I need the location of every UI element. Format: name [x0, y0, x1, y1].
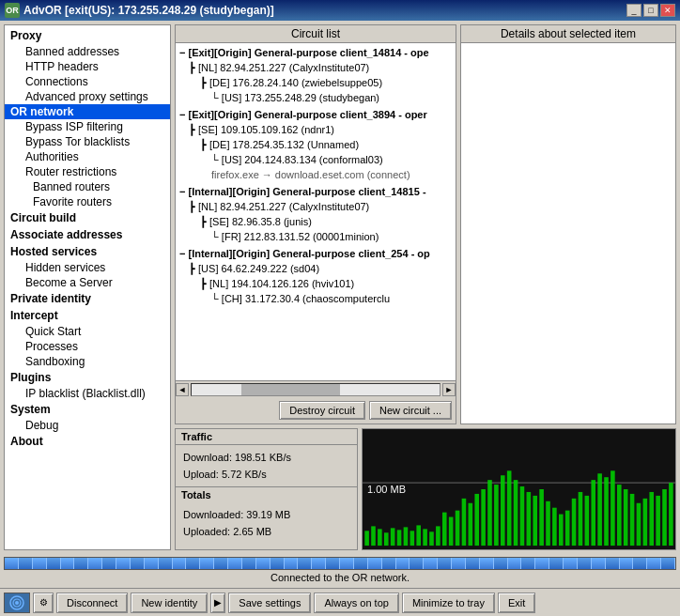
sidebar-section-header-private-identity: Private identity	[5, 290, 170, 307]
svg-rect-23	[501, 475, 505, 546]
scroll-right-btn[interactable]: ►	[442, 383, 456, 396]
sidebar-item-authorities[interactable]: Authorities	[5, 149, 170, 164]
download-label: Download:	[183, 452, 232, 463]
circuit-panel: Circuit list − [Exit][Origin] General-pu…	[175, 24, 456, 424]
settings-icon-button[interactable]: ⚙	[33, 593, 54, 613]
sidebar-item-become-server[interactable]: Become a Server	[5, 275, 170, 290]
sidebar-item-banned-routers[interactable]: Banned routers	[5, 179, 170, 194]
svg-rect-49	[669, 483, 673, 546]
sidebar-item-bypass-isp[interactable]: Bypass ISP filtering	[5, 119, 170, 134]
sidebar-item-quick-start[interactable]: Quick Start	[5, 324, 170, 339]
svg-rect-39	[604, 477, 609, 546]
sidebar-item-ip-blacklist[interactable]: IP blacklist (Blacklist.dll)	[5, 386, 170, 401]
sidebar-item-banned-addresses[interactable]: Banned addresses	[5, 44, 170, 59]
sidebar-item-processes[interactable]: Processes	[5, 339, 170, 354]
progress-segment	[578, 558, 592, 569]
sidebar-item-favorite-routers[interactable]: Favorite routers	[5, 194, 170, 209]
sidebar-item-hidden-services[interactable]: Hidden services	[5, 260, 170, 275]
progress-segment	[549, 558, 564, 569]
circuit-item[interactable]: └ [US] 204.124.83.134 (conformal03)	[178, 152, 454, 167]
h-scrollbar-thumb[interactable]	[241, 384, 341, 395]
always-on-top-button[interactable]: Always on top	[314, 593, 398, 613]
svg-rect-29	[539, 489, 544, 546]
circuit-item[interactable]: − [Exit][Origin] General-purpose client_…	[178, 45, 454, 60]
svg-rect-14	[442, 513, 447, 546]
circuit-item[interactable]: ┣ [DE] 178.254.35.132 (Unnamed)	[178, 137, 454, 152]
progress-segment	[200, 558, 214, 569]
sidebar-item-http-headers[interactable]: HTTP headers	[5, 59, 170, 74]
circuit-scrollbar[interactable]: ◄ ►	[176, 380, 456, 397]
svg-rect-4	[378, 529, 382, 546]
sidebar-section-private-identity: Private identity	[5, 290, 170, 307]
svg-rect-20	[481, 489, 486, 546]
new-circuit-button[interactable]: New circuit ...	[369, 401, 452, 420]
svg-rect-15	[449, 517, 454, 547]
chevron-button[interactable]: ▶	[210, 593, 225, 613]
progress-segment	[424, 558, 438, 569]
circuit-item[interactable]: └ [US] 173.255.248.29 (studybegan)	[178, 90, 454, 105]
downloaded-value: 39.19 MB	[246, 509, 290, 520]
sidebar-item-debug[interactable]: Debug	[5, 418, 170, 433]
sidebar-item-bypass-blacklists[interactable]: Bypass Tor blacklists	[5, 134, 170, 149]
details-content	[461, 43, 675, 424]
progress-segment	[326, 558, 340, 569]
minimize-to-tray-button[interactable]: Minimize to tray	[402, 593, 495, 613]
svg-rect-27	[527, 492, 532, 546]
save-settings-button[interactable]: Save settings	[228, 593, 311, 613]
totals-header: Totals	[176, 486, 357, 502]
progress-segment	[661, 558, 675, 569]
svg-rect-12	[429, 531, 434, 546]
circuit-item[interactable]: − [Internal][Origin] General-purpose cli…	[178, 184, 454, 199]
progress-segment	[159, 558, 173, 569]
toolbar: ⚙ Disconnect New identity ▶ Save setting…	[0, 588, 680, 616]
traffic-panel: Traffic Download: 198.51 KB/s Upload: 5.…	[175, 428, 358, 550]
svg-rect-0	[363, 429, 675, 549]
sidebar-item-router-restrictions[interactable]: Router restrictions	[5, 164, 170, 179]
minimize-button[interactable]: _	[626, 4, 641, 17]
circuit-item[interactable]: − [Exit][Origin] General-purpose client_…	[178, 107, 454, 122]
circuit-item[interactable]: ┣ [US] 64.62.249.222 (sd04)	[178, 261, 454, 276]
circuit-item[interactable]: ┣ [NL] 194.104.126.126 (hviv101)	[178, 276, 454, 291]
circuit-item[interactable]: firefox.exe → download.eset.com (connect…	[178, 167, 454, 182]
sidebar-item-sandboxing[interactable]: Sandboxing	[5, 354, 170, 369]
window-content: Proxy Banned addresses HTTP headers Conn…	[0, 21, 680, 616]
progress-segment	[214, 558, 228, 569]
maximize-button[interactable]: □	[643, 4, 658, 17]
progress-segment	[508, 558, 522, 569]
circuit-item[interactable]: ┣ [NL] 82.94.251.227 (CalyxInstitute07)	[178, 199, 454, 214]
disconnect-button[interactable]: Disconnect	[56, 593, 128, 613]
circuit-list-content[interactable]: − [Exit][Origin] General-purpose client_…	[176, 43, 456, 380]
circuit-item[interactable]: ┣ [SE] 82.96.35.8 (junis)	[178, 214, 454, 229]
svg-rect-42	[624, 489, 628, 546]
circuit-item[interactable]: └ [CH] 31.172.30.4 (chaoscomputerclu	[178, 291, 454, 306]
circuit-item[interactable]: ┣ [DE] 176.28.24.140 (zwiebelsuppe05)	[178, 75, 454, 90]
close-button[interactable]: ✕	[660, 4, 675, 17]
status-bar: Connected to the OR network.	[0, 554, 680, 588]
sidebar-item-advanced-proxy[interactable]: Advanced proxy settings	[5, 89, 170, 104]
svg-rect-34	[572, 499, 577, 546]
circuit-item[interactable]: ┣ [NL] 82.94.251.227 (CalyxInstitute07)	[178, 60, 454, 75]
circuit-item[interactable]: └ [FR] 212.83.131.52 (00001minion)	[178, 229, 454, 244]
progress-bar-container	[4, 557, 676, 570]
graph-panel: 1.00 MB	[362, 428, 676, 550]
progress-segment	[452, 558, 466, 569]
new-identity-button[interactable]: New identity	[131, 593, 208, 613]
progress-segment	[186, 558, 200, 569]
svg-rect-31	[552, 508, 557, 546]
scroll-left-btn[interactable]: ◄	[176, 383, 189, 396]
svg-rect-28	[533, 496, 537, 546]
progress-segment	[354, 558, 368, 569]
h-scrollbar[interactable]	[191, 383, 440, 396]
progress-segment	[647, 558, 661, 569]
exit-button[interactable]: Exit	[498, 593, 535, 613]
destroy-circuit-button[interactable]: Destroy circuit	[279, 401, 365, 420]
circuit-item[interactable]: − [Internal][Origin] General-purpose cli…	[178, 246, 454, 261]
progress-segment	[410, 558, 424, 569]
sidebar-section-header-proxy: Proxy	[5, 27, 170, 44]
progress-segment	[74, 558, 88, 569]
progress-segment	[521, 558, 535, 569]
sidebar-section-header-or-network[interactable]: OR network	[5, 104, 170, 119]
circuit-item[interactable]: ┣ [SE] 109.105.109.162 (ndnr1)	[178, 122, 454, 137]
sidebar-item-connections[interactable]: Connections	[5, 74, 170, 89]
sidebar-section-header-system: System	[5, 401, 170, 418]
